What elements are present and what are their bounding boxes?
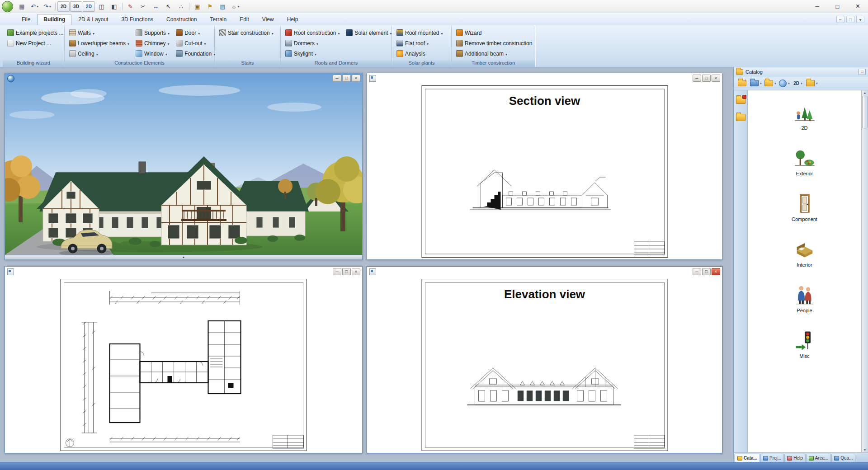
dropdown-arrow-icon[interactable]: [316, 40, 318, 47]
child-restore-button[interactable]: □: [702, 75, 711, 82]
supports-button[interactable]: Supports: [134, 28, 171, 38]
materials-catalog-button[interactable]: [764, 77, 777, 89]
analysis-button[interactable]: Analysis: [395, 48, 448, 59]
catalog-item-2d[interactable]: 2D: [780, 100, 830, 131]
3d-render-canvas[interactable]: [5, 73, 362, 255]
tab-edit[interactable]: Edit: [233, 14, 255, 25]
scroll-thumb[interactable]: [862, 96, 868, 128]
child-minimize-button[interactable]: ─: [333, 75, 341, 82]
child-close-button[interactable]: ×: [712, 268, 720, 275]
catalog-item-interior[interactable]: Interior: [780, 237, 830, 268]
window-menu-icon[interactable]: [369, 75, 376, 82]
minimize-button[interactable]: [807, 0, 827, 13]
child-close-button[interactable]: ×: [712, 75, 720, 82]
groups-catalog-button[interactable]: [806, 77, 818, 89]
close-button[interactable]: [848, 0, 868, 13]
roof-mounted-button[interactable]: Roof mounted: [395, 28, 448, 38]
chimney-button[interactable]: Chimney: [134, 38, 171, 48]
stair-construction-button[interactable]: Stair construction: [217, 28, 278, 38]
catalog-pin-button[interactable]: [859, 69, 866, 75]
tab-area[interactable]: Area...: [806, 454, 831, 462]
select-cursor-icon[interactable]: [162, 1, 175, 12]
edit-points-icon[interactable]: [175, 1, 187, 12]
scroll-up-icon[interactable]: [864, 91, 866, 95]
folder-up-button[interactable]: [736, 77, 748, 89]
dropdown-arrow-icon[interactable]: [168, 30, 170, 36]
window-menu-icon[interactable]: [369, 268, 376, 275]
dropdown-arrow-icon[interactable]: [315, 51, 316, 57]
catalog-item-exterior[interactable]: Exterior: [780, 146, 830, 176]
dropdown-arrow-icon[interactable]: [441, 30, 443, 36]
ribbon-display-button[interactable]: [846, 16, 854, 23]
ceiling-button[interactable]: Ceiling: [67, 48, 131, 59]
objects-catalog-button[interactable]: [750, 77, 762, 89]
dropdown-arrow-icon[interactable]: [198, 30, 200, 36]
tab-terrain[interactable]: Terrain: [203, 14, 233, 25]
section-view-icon[interactable]: [108, 1, 120, 12]
drawing-sheet[interactable]: [61, 279, 307, 451]
view-gizmo-icon[interactable]: [7, 75, 14, 82]
roof-construction-button[interactable]: Roof construction: [283, 28, 341, 38]
catalog-item-misc[interactable]: Misc: [780, 329, 830, 359]
viewports-icon[interactable]: [95, 1, 108, 12]
maximize-button[interactable]: [827, 0, 848, 13]
catalog-scrollbar[interactable]: [861, 90, 868, 452]
app-logo[interactable]: [2, 1, 13, 12]
tab-3d-functions[interactable]: 3D Functions: [115, 14, 160, 25]
dropdown-arrow-icon[interactable]: [93, 30, 94, 36]
texture-icon[interactable]: [217, 1, 229, 12]
view-2d-button[interactable]: 2D: [57, 1, 70, 12]
wizard-button[interactable]: Wizard: [454, 28, 534, 38]
options-icon[interactable]: [229, 1, 241, 12]
tab-construction[interactable]: Construction: [160, 14, 203, 25]
sketch-pen-icon[interactable]: [124, 1, 137, 12]
view-3d-button[interactable]: 3D: [70, 1, 82, 12]
dimension-icon[interactable]: [150, 1, 162, 12]
undo-icon[interactable]: [28, 1, 41, 12]
internet-catalog-button[interactable]: [778, 77, 790, 89]
child-close-button[interactable]: ×: [352, 75, 360, 82]
view-2d-layout-button[interactable]: 2D: [83, 1, 95, 12]
tab-quantities[interactable]: Qua...: [831, 454, 855, 462]
child-restore-button[interactable]: □: [342, 268, 351, 275]
flat-roof-button[interactable]: Flat roof: [395, 38, 448, 48]
child-minimize-button[interactable]: ─: [693, 75, 701, 82]
tab-project[interactable]: Proj...: [760, 454, 784, 462]
package-icon[interactable]: [191, 1, 203, 12]
additional-beam-button[interactable]: Additional beam: [454, 48, 534, 59]
child-minimize-button[interactable]: ─: [333, 268, 341, 275]
tab-help[interactable]: Help: [281, 14, 305, 25]
child-restore-button[interactable]: □: [342, 75, 351, 82]
window-menu-icon[interactable]: [7, 268, 14, 275]
ribbon-minimize-button[interactable]: [836, 16, 844, 23]
trim-icon[interactable]: [137, 1, 149, 12]
tab-2d-layout[interactable]: 2D & Layout: [72, 14, 114, 25]
walls-button[interactable]: Walls: [67, 28, 131, 38]
dropdown-arrow-icon[interactable]: [167, 40, 169, 47]
tab-file[interactable]: File: [15, 14, 37, 25]
new-project-button[interactable]: New Project ...: [5, 38, 65, 48]
door-button[interactable]: Door: [174, 28, 217, 38]
ribbon-options-arrow-icon[interactable]: [856, 16, 864, 23]
tab-view[interactable]: View: [256, 14, 280, 25]
new-document-icon[interactable]: [16, 1, 28, 12]
tab-building[interactable]: Building: [37, 14, 71, 25]
drawing-sheet[interactable]: Section view: [421, 85, 668, 258]
foundation-button[interactable]: Foundation: [174, 48, 217, 59]
window-button[interactable]: Window: [134, 48, 171, 59]
drawing-sheet[interactable]: Elevation view: [421, 279, 668, 451]
dropdown-arrow-icon[interactable]: [272, 30, 274, 36]
skylight-button[interactable]: Skylight: [283, 48, 341, 59]
tab-help[interactable]: Help: [784, 454, 806, 462]
catalog-item-component[interactable]: Component: [780, 192, 830, 222]
dropdown-arrow-icon[interactable]: [427, 40, 429, 47]
horizontal-scrollbar[interactable]: [5, 255, 362, 259]
redo-icon[interactable]: [41, 1, 53, 12]
view-2d-dropdown[interactable]: 2D: [792, 77, 804, 89]
dropdown-arrow-icon[interactable]: [165, 51, 167, 57]
dropdown-arrow-icon[interactable]: [390, 30, 392, 36]
cut-out-button[interactable]: Cut-out: [174, 38, 217, 48]
dropdown-arrow-icon[interactable]: [204, 40, 206, 47]
dropdown-arrow-icon[interactable]: [127, 40, 129, 47]
solar-element-button[interactable]: Solar element: [344, 28, 393, 38]
